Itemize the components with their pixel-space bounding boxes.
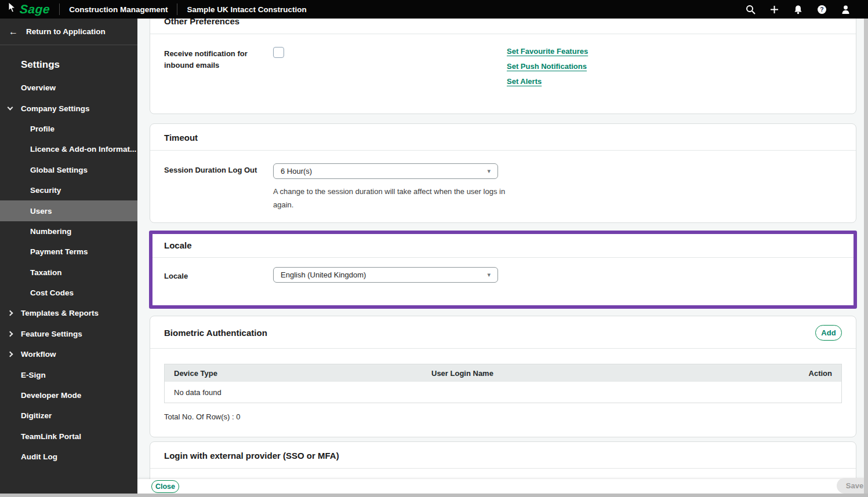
sage-logo[interactable]: Sage xyxy=(19,2,50,16)
sidebar-item-label: Profile xyxy=(30,125,55,133)
sidebar-item-label: Taxation xyxy=(30,268,62,277)
sidebar-item-label: Overview xyxy=(21,83,56,92)
sidebar-item-label: Workflow xyxy=(21,350,56,359)
sidebar-item-label: Licence & Add-on Informat... xyxy=(30,145,136,154)
app-name: Construction Management xyxy=(69,5,168,14)
sidebar-item-label: Company Settings xyxy=(21,104,90,113)
sidebar-item-label: Cost Codes xyxy=(30,288,74,297)
sidebar-item-users[interactable]: Users xyxy=(0,200,137,221)
sidebar-item-label: Developer Mode xyxy=(21,391,81,400)
locale-dropdown[interactable]: English (United Kingdom) ▾ xyxy=(273,267,498,283)
sidebar-item-label: Global Settings xyxy=(30,166,88,174)
biometric-authentication-card: Biometric Authentication Add Device Type… xyxy=(150,316,856,437)
sidebar-item-teamlink-portal[interactable]: TeamLink Portal xyxy=(0,426,137,447)
set-push-notifications-link[interactable]: Set Push Notifications xyxy=(507,62,588,71)
column-action: Action xyxy=(809,369,841,378)
sidebar-item-label: Templates & Reports xyxy=(21,309,99,317)
sidebar-nav: Overview Company Settings Profile Licenc… xyxy=(0,78,137,467)
inbound-emails-checkbox[interactable] xyxy=(273,47,284,58)
sidebar-item-label: TeamLink Portal xyxy=(21,432,81,441)
locale-title: Locale xyxy=(152,234,854,258)
timeout-card: Timeout Session Duration Log Out 6 Hour(… xyxy=(150,123,856,223)
notifications-bell-icon[interactable] xyxy=(793,5,803,14)
session-duration-helper-text: A change to the session duration will ta… xyxy=(273,185,506,212)
chevron-right-icon xyxy=(8,331,13,337)
table-empty-row: No data found xyxy=(165,382,841,403)
window-frame-right xyxy=(864,19,868,497)
sidebar-item-developer-mode[interactable]: Developer Mode xyxy=(0,385,137,405)
sidebar-item-digitizer[interactable]: Digitizer xyxy=(0,405,137,426)
set-alerts-link[interactable]: Set Alerts xyxy=(507,77,588,86)
sidebar-item-label: Audit Log xyxy=(21,452,57,461)
return-to-application[interactable]: ← Return to Application xyxy=(0,19,137,45)
add-icon[interactable] xyxy=(769,5,779,14)
column-user-login-name: User Login Name xyxy=(431,369,756,378)
sidebar-item-company-settings[interactable]: Company Settings xyxy=(0,98,137,118)
topbar-divider xyxy=(59,3,60,15)
sidebar-item-label: Digitizer xyxy=(21,411,52,420)
sidebar-item-payment-terms[interactable]: Payment Terms xyxy=(0,242,137,262)
total-rows-text: Total No. Of Row(s) : 0 xyxy=(164,412,842,421)
sidebar-item-global-settings[interactable]: Global Settings xyxy=(0,160,137,180)
preference-links: Set Favourite Features Set Push Notifica… xyxy=(507,47,588,86)
locale-label: Locale xyxy=(164,271,188,282)
app-window: Sage Construction Management Sample UK I… xyxy=(0,0,868,497)
sidebar-title: Settings xyxy=(21,59,137,71)
other-preferences-title: Other Preferences xyxy=(150,19,856,34)
sidebar-item-label: E-Sign xyxy=(21,371,46,379)
sidebar-item-workflow[interactable]: Workflow xyxy=(0,344,137,364)
dropdown-caret-icon: ▾ xyxy=(487,271,491,279)
session-duration-value: 6 Hour(s) xyxy=(281,167,312,176)
add-button[interactable]: Add xyxy=(815,325,842,341)
close-button[interactable]: Close xyxy=(151,480,179,493)
session-duration-label: Session Duration Log Out xyxy=(164,165,842,176)
sidebar-item-taxation[interactable]: Taxation xyxy=(0,262,137,283)
chevron-down-icon xyxy=(8,105,13,111)
sidebar-item-numbering[interactable]: Numbering xyxy=(0,221,137,242)
session-duration-dropdown[interactable]: 6 Hour(s) ▾ xyxy=(273,163,498,179)
company-name[interactable]: Sample UK Intacct Construction xyxy=(187,5,306,14)
sidebar-item-label: Numbering xyxy=(30,227,71,236)
save-button[interactable]: Save xyxy=(837,478,865,494)
sidebar-item-e-sign[interactable]: E-Sign xyxy=(0,364,137,385)
dropdown-caret-icon: ▾ xyxy=(487,167,491,175)
sidebar-item-templates-reports[interactable]: Templates & Reports xyxy=(0,303,137,323)
return-to-application-label: Return to Application xyxy=(26,27,106,36)
search-icon[interactable] xyxy=(746,5,756,14)
sidebar-item-feature-settings[interactable]: Feature Settings xyxy=(0,324,137,344)
sidebar-item-security[interactable]: Security xyxy=(0,180,137,200)
timeout-title: Timeout xyxy=(150,124,856,151)
biometric-title: Biometric Authentication xyxy=(164,328,267,338)
topbar-divider xyxy=(177,3,177,15)
back-arrow-icon: ← xyxy=(9,27,18,37)
sidebar-item-audit-log[interactable]: Audit Log xyxy=(0,447,137,467)
biometric-table-header: Device Type User Login Name Action xyxy=(165,364,841,382)
topbar-actions: ? xyxy=(746,5,868,14)
footer-action-bar: Close Save xyxy=(137,479,865,494)
biometric-table: Device Type User Login Name Action No da… xyxy=(164,364,842,403)
sidebar-item-overview[interactable]: Overview xyxy=(0,78,137,98)
locale-value: English (United Kingdom) xyxy=(281,271,366,279)
column-device-type: Device Type xyxy=(165,369,431,378)
chevron-right-icon xyxy=(8,352,13,357)
window-frame-bottom xyxy=(0,494,868,497)
inbound-emails-label: Receive notification for inbound emails xyxy=(164,48,271,71)
other-preferences-card: Other Preferences Receive notification f… xyxy=(150,19,856,114)
sidebar-item-label: Feature Settings xyxy=(21,330,82,338)
user-profile-icon[interactable] xyxy=(841,5,851,14)
settings-content: Other Preferences Receive notification f… xyxy=(137,19,865,494)
sidebar-item-label: Payment Terms xyxy=(30,247,88,256)
sidebar-item-cost-codes[interactable]: Cost Codes xyxy=(0,283,137,303)
chevron-right-icon xyxy=(8,310,13,316)
settings-sidebar: ← Return to Application Settings Overvie… xyxy=(0,19,137,494)
locale-card-highlight: Locale Locale English (United Kingdom) ▾ xyxy=(149,231,857,309)
mouse-cursor-icon xyxy=(8,2,16,13)
sso-title: Login with external provider (SSO or MFA… xyxy=(150,442,856,469)
set-favourite-features-link[interactable]: Set Favourite Features xyxy=(507,47,588,56)
sidebar-item-licence-addon[interactable]: Licence & Add-on Informat... xyxy=(0,139,137,159)
help-icon[interactable]: ? xyxy=(817,5,827,14)
svg-text:?: ? xyxy=(820,6,823,13)
sidebar-item-profile[interactable]: Profile xyxy=(0,119,137,139)
sidebar-item-label: Security xyxy=(30,186,61,195)
sidebar-item-label: Users xyxy=(30,207,52,215)
